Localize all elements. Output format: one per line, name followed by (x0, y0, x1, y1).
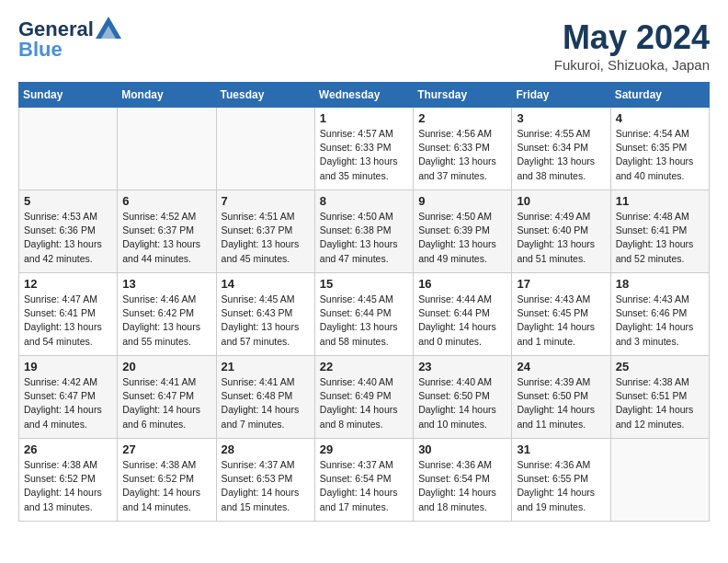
calendar-cell: 31Sunrise: 4:36 AMSunset: 6:55 PMDayligh… (512, 439, 610, 522)
calendar-cell: 11Sunrise: 4:48 AMSunset: 6:41 PMDayligh… (610, 190, 709, 273)
day-number: 5 (24, 194, 112, 208)
calendar-cell: 7Sunrise: 4:51 AMSunset: 6:37 PMDaylight… (216, 190, 314, 273)
calendar-week-row: 1Sunrise: 4:57 AMSunset: 6:33 PMDaylight… (19, 108, 710, 190)
day-info: Sunrise: 4:36 AMSunset: 6:55 PMDaylight:… (517, 458, 605, 514)
location-subtitle: Fukuroi, Shizuoka, Japan (554, 57, 710, 73)
day-info: Sunrise: 4:38 AMSunset: 6:52 PMDaylight:… (122, 458, 210, 514)
day-info: Sunrise: 4:37 AMSunset: 6:54 PMDaylight:… (320, 458, 408, 514)
day-info: Sunrise: 4:38 AMSunset: 6:51 PMDaylight:… (616, 375, 704, 431)
day-number: 24 (517, 360, 605, 373)
day-info: Sunrise: 4:56 AMSunset: 6:33 PMDaylight:… (418, 127, 506, 183)
calendar-week-row: 19Sunrise: 4:42 AMSunset: 6:47 PMDayligh… (19, 356, 710, 439)
day-info: Sunrise: 4:48 AMSunset: 6:41 PMDaylight:… (616, 210, 704, 266)
day-info: Sunrise: 4:45 AMSunset: 6:44 PMDaylight:… (320, 293, 408, 349)
day-number: 9 (418, 194, 506, 208)
calendar-cell (118, 108, 216, 190)
day-info: Sunrise: 4:38 AMSunset: 6:52 PMDaylight:… (24, 458, 112, 514)
calendar-week-row: 26Sunrise: 4:38 AMSunset: 6:52 PMDayligh… (19, 439, 710, 522)
day-number: 21 (222, 360, 310, 373)
calendar-cell: 6Sunrise: 4:52 AMSunset: 6:37 PMDaylight… (118, 190, 216, 273)
day-number: 3 (517, 111, 605, 125)
day-info: Sunrise: 4:46 AMSunset: 6:42 PMDaylight:… (122, 293, 210, 349)
day-info: Sunrise: 4:41 AMSunset: 6:48 PMDaylight:… (222, 375, 310, 431)
day-number: 10 (517, 194, 605, 208)
day-info: Sunrise: 4:39 AMSunset: 6:50 PMDaylight:… (517, 375, 605, 431)
day-number: 13 (122, 277, 210, 291)
day-info: Sunrise: 4:50 AMSunset: 6:39 PMDaylight:… (418, 210, 506, 266)
day-number: 11 (616, 194, 704, 208)
calendar-cell (216, 108, 314, 190)
calendar-cell: 13Sunrise: 4:46 AMSunset: 6:42 PMDayligh… (118, 273, 216, 356)
day-info: Sunrise: 4:51 AMSunset: 6:37 PMDaylight:… (222, 210, 310, 266)
weekday-header-wednesday: Wednesday (314, 83, 413, 108)
calendar-cell: 2Sunrise: 4:56 AMSunset: 6:33 PMDaylight… (414, 108, 512, 190)
day-number: 18 (616, 277, 704, 291)
page-header: General Blue May 2024 Fukuroi, Shizuoka,… (18, 18, 710, 73)
day-number: 4 (616, 111, 704, 125)
day-info: Sunrise: 4:49 AMSunset: 6:40 PMDaylight:… (517, 210, 605, 266)
day-info: Sunrise: 4:55 AMSunset: 6:34 PMDaylight:… (517, 127, 605, 183)
day-info: Sunrise: 4:54 AMSunset: 6:35 PMDaylight:… (616, 127, 704, 183)
day-number: 20 (122, 360, 210, 373)
calendar-cell: 21Sunrise: 4:41 AMSunset: 6:48 PMDayligh… (216, 356, 314, 439)
calendar-cell: 4Sunrise: 4:54 AMSunset: 6:35 PMDaylight… (610, 108, 709, 190)
calendar-cell: 27Sunrise: 4:38 AMSunset: 6:52 PMDayligh… (118, 439, 216, 522)
day-number: 1 (320, 111, 408, 125)
day-number: 15 (320, 277, 408, 291)
weekday-header-friday: Friday (512, 83, 610, 108)
calendar-cell: 14Sunrise: 4:45 AMSunset: 6:43 PMDayligh… (216, 273, 314, 356)
weekday-header-monday: Monday (118, 83, 216, 108)
day-info: Sunrise: 4:53 AMSunset: 6:36 PMDaylight:… (24, 210, 112, 266)
day-number: 30 (418, 442, 506, 456)
calendar-cell: 29Sunrise: 4:37 AMSunset: 6:54 PMDayligh… (314, 439, 413, 522)
calendar-cell: 22Sunrise: 4:40 AMSunset: 6:49 PMDayligh… (314, 356, 413, 439)
day-info: Sunrise: 4:47 AMSunset: 6:41 PMDaylight:… (24, 293, 112, 349)
day-number: 14 (222, 277, 310, 291)
calendar-cell (19, 108, 118, 190)
month-year-title: May 2024 (554, 18, 710, 57)
weekday-header-saturday: Saturday (610, 83, 709, 108)
calendar-cell: 15Sunrise: 4:45 AMSunset: 6:44 PMDayligh… (314, 273, 413, 356)
calendar-cell: 28Sunrise: 4:37 AMSunset: 6:53 PMDayligh… (216, 439, 314, 522)
calendar-cell: 17Sunrise: 4:43 AMSunset: 6:45 PMDayligh… (512, 273, 610, 356)
day-info: Sunrise: 4:36 AMSunset: 6:54 PMDaylight:… (418, 458, 506, 514)
day-number: 17 (517, 277, 605, 291)
calendar-cell: 16Sunrise: 4:44 AMSunset: 6:44 PMDayligh… (414, 273, 512, 356)
day-info: Sunrise: 4:57 AMSunset: 6:33 PMDaylight:… (320, 127, 408, 183)
calendar-body: 1Sunrise: 4:57 AMSunset: 6:33 PMDaylight… (19, 108, 710, 522)
calendar-table: SundayMondayTuesdayWednesdayThursdayFrid… (18, 82, 710, 522)
weekday-header-sunday: Sunday (19, 83, 118, 108)
day-info: Sunrise: 4:43 AMSunset: 6:45 PMDaylight:… (517, 293, 605, 349)
day-number: 16 (418, 277, 506, 291)
day-number: 29 (320, 442, 408, 456)
day-number: 12 (24, 277, 112, 291)
day-number: 22 (320, 360, 408, 373)
day-info: Sunrise: 4:50 AMSunset: 6:38 PMDaylight:… (320, 210, 408, 266)
day-info: Sunrise: 4:40 AMSunset: 6:49 PMDaylight:… (320, 375, 408, 431)
day-number: 7 (222, 194, 310, 208)
calendar-cell: 9Sunrise: 4:50 AMSunset: 6:39 PMDaylight… (414, 190, 512, 273)
calendar-header: SundayMondayTuesdayWednesdayThursdayFrid… (19, 83, 710, 108)
calendar-cell: 20Sunrise: 4:41 AMSunset: 6:47 PMDayligh… (118, 356, 216, 439)
day-info: Sunrise: 4:37 AMSunset: 6:53 PMDaylight:… (222, 458, 310, 514)
calendar-cell: 24Sunrise: 4:39 AMSunset: 6:50 PMDayligh… (512, 356, 610, 439)
title-block: May 2024 Fukuroi, Shizuoka, Japan (554, 18, 710, 73)
day-info: Sunrise: 4:40 AMSunset: 6:50 PMDaylight:… (418, 375, 506, 431)
calendar-cell: 19Sunrise: 4:42 AMSunset: 6:47 PMDayligh… (19, 356, 118, 439)
logo: General Blue (18, 18, 121, 61)
logo-icon (96, 17, 121, 39)
calendar-cell: 3Sunrise: 4:55 AMSunset: 6:34 PMDaylight… (512, 108, 610, 190)
calendar-cell: 12Sunrise: 4:47 AMSunset: 6:41 PMDayligh… (19, 273, 118, 356)
day-number: 8 (320, 194, 408, 208)
day-number: 28 (222, 442, 310, 456)
day-number: 2 (418, 111, 506, 125)
calendar-cell: 18Sunrise: 4:43 AMSunset: 6:46 PMDayligh… (610, 273, 709, 356)
calendar-cell (610, 439, 709, 522)
day-info: Sunrise: 4:52 AMSunset: 6:37 PMDaylight:… (122, 210, 210, 266)
day-info: Sunrise: 4:41 AMSunset: 6:47 PMDaylight:… (122, 375, 210, 431)
day-info: Sunrise: 4:44 AMSunset: 6:44 PMDaylight:… (418, 293, 506, 349)
calendar-cell: 5Sunrise: 4:53 AMSunset: 6:36 PMDaylight… (19, 190, 118, 273)
day-number: 23 (418, 360, 506, 373)
day-number: 25 (616, 360, 704, 373)
day-number: 26 (24, 442, 112, 456)
